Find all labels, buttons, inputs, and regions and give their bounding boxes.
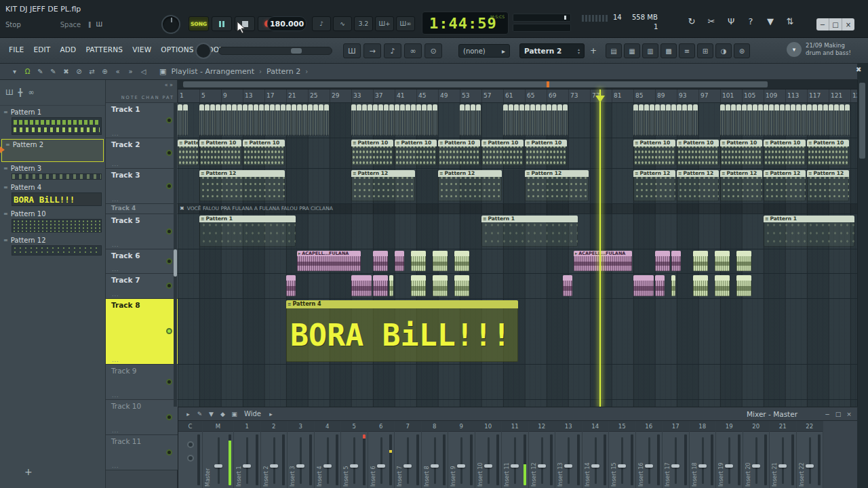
track-menu-dots[interactable]: ... [112,291,119,298]
step-clip[interactable] [802,104,806,136]
step-clip[interactable] [362,104,367,136]
track-record-led[interactable] [166,228,172,235]
step-clip[interactable] [503,104,508,136]
menu-arrow-icon[interactable]: ▾ [8,66,21,77]
settings-gear-icon[interactable]: ⊛ [734,43,750,58]
overdub-icon[interactable]: Ш+ [375,16,394,31]
mixer-fader-knob[interactable] [671,464,679,468]
step-clip[interactable] [796,104,801,136]
audio-clip[interactable] [655,275,665,296]
pattern-item[interactable]: ≡Pattern 4BORA BiLL!!! [0,182,105,209]
master-volume-slider[interactable] [218,47,332,55]
step-clip[interactable] [178,104,182,136]
step-clip[interactable] [302,104,307,136]
pattern-clip[interactable]: ≡Pattern 10 [395,140,437,166]
track-row[interactable] [178,274,857,299]
mixer-fader-knob[interactable] [323,464,332,468]
browser-view-icon[interactable]: ≡ [679,43,695,58]
step-clip[interactable] [785,104,790,136]
picker-grid-icon[interactable]: Ш [4,87,15,99]
horizontal-scrollbar[interactable] [178,80,857,89]
news-widget[interactable]: ▾ 21/09 Making drum and bass! [787,42,851,57]
mixer-menu-icon[interactable]: ▸ [182,409,194,419]
step-clip[interactable] [221,104,226,136]
pattern-clip[interactable]: ≡Pattern 10 [807,140,849,166]
track-row[interactable] [178,103,857,138]
mixer-channel-12[interactable]: 12Insert 12 [529,421,556,488]
step-clip[interactable] [216,104,220,136]
step-clip[interactable] [248,104,253,136]
mixer-channel-body[interactable]: Insert 10 [475,432,502,488]
add-pattern-plus-button[interactable]: + [24,466,33,477]
menu-item-add[interactable]: ADD [55,45,81,54]
track-row[interactable]: ✖VOCÊ FALOU PRA FULANA A FULANA FALOU PR… [178,204,857,214]
mixer-paint-icon[interactable]: ✎ [194,409,205,419]
step-clip[interactable] [411,104,416,136]
link-icon[interactable]: ∞ [404,43,422,58]
step-clip[interactable] [633,104,638,136]
paint-tool-icon[interactable]: ✎ [47,66,60,77]
mixer-channel-8[interactable]: 8Insert 8 [422,421,449,488]
pattern-clip[interactable]: ≡Pattern 10 [351,140,393,166]
mixer-dock-icon[interactable]: ▼ [205,409,217,419]
step-clip[interactable] [395,104,399,136]
step-edit-icon[interactable]: ♪ [312,16,331,31]
track-rows[interactable]: ≡Pattern 10≡Pattern 10≡Pattern 10≡Patter… [178,103,857,407]
track-header[interactable]: Track 7... [106,274,178,299]
step-clip[interactable] [671,104,676,136]
pattern-item[interactable]: ≡Pattern 3 [0,163,105,182]
track-record-led[interactable] [166,150,172,156]
track-row[interactable]: ≡Pattern 10≡Pattern 10≡Pattern 10≡Patter… [178,138,857,169]
step-clip[interactable] [818,104,823,136]
step-clip[interactable] [406,104,410,136]
pattern-clip[interactable]: ≡Pattern 10 [199,140,241,166]
pattern-item[interactable]: ≡Pattern 12 [0,235,105,258]
menu-item-view[interactable]: VIEW [127,45,156,54]
mixer-fader-knob[interactable] [725,464,733,468]
step-clip[interactable] [313,104,318,136]
step-clip[interactable] [416,104,421,136]
step-clip[interactable] [183,104,188,136]
step-clip[interactable] [530,104,535,136]
mixer-channel-17[interactable]: 17Insert 17 [663,421,690,488]
step-clip[interactable] [378,104,383,136]
track-row[interactable]: ▸ACAPELL...FULANA▸ACAPELL...FULANA [178,249,857,274]
step-clip[interactable] [422,104,427,136]
mixer-channel-body[interactable]: Insert 3 [288,432,314,488]
track-header[interactable]: Track 3... [106,169,178,204]
pattern-clip[interactable]: ≡Pattern 10 [481,140,524,166]
mixer-channel-22[interactable]: 22Insert 22 [797,421,824,488]
mixer-view-icon[interactable]: ▩ [660,43,677,58]
song-mode-button[interactable]: SONG [189,16,209,31]
track-menu-dots[interactable]: ... [112,242,119,248]
mixer-channel-13[interactable]: 13Insert 13 [555,421,583,488]
pattern-clip[interactable]: ≡Pattern 10 [677,140,719,166]
stop-button[interactable] [235,16,255,31]
step-clip[interactable] [460,104,465,136]
step-clip[interactable] [834,104,839,136]
pattern-clip[interactable]: ≡Pattern 12 [633,170,675,201]
step-clip[interactable] [465,104,470,136]
pattern-clip[interactable]: ≡Pattern 10 [720,140,762,166]
mixer-channel-body[interactable]: Insert 19 [716,432,743,488]
mixer-view-mode[interactable]: Wide [244,410,261,418]
mixer-channel-3[interactable]: 3Insert 3 [288,421,315,488]
mixer-channel-19[interactable]: 19Insert 19 [716,421,743,488]
mixer-fader-knob[interactable] [752,464,760,468]
playlist-vertical-scrollbar-handle[interactable] [859,83,865,159]
track-record-led[interactable] [166,283,172,289]
pattern-clip[interactable]: ≡Pattern 12 [677,170,719,201]
track-header[interactable]: Track 5... [106,214,178,249]
mixer-channel-body[interactable]: Insert 4 [315,432,341,488]
track-menu-dots[interactable]: ... [112,161,119,167]
mixer-fader-knob[interactable] [431,464,439,468]
pattern-clip[interactable]: ≡Pattern 1 [764,216,854,247]
pattern-clip[interactable]: ≡Pattern 12 [199,170,285,201]
step-clip[interactable] [758,104,763,136]
playlist-view-icon[interactable]: ▤ [606,43,622,58]
audio-clip[interactable] [286,275,296,296]
pattern-clip[interactable]: ≡Pattern 12 [764,170,806,201]
mixer-fader-knob[interactable] [778,464,787,468]
sync-icon[interactable]: ↻ [685,15,698,27]
mixer-fader-knob[interactable] [511,464,519,468]
